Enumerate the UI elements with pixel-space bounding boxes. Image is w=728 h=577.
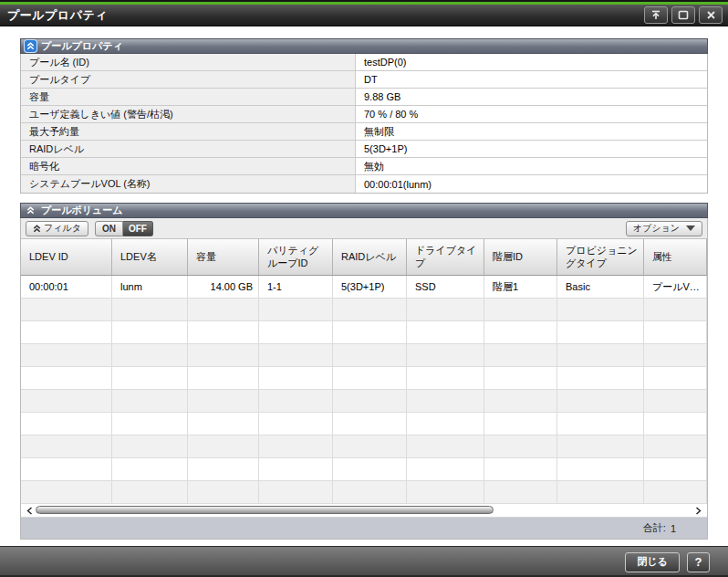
property-label: プール名 (ID)	[21, 54, 356, 70]
table-cell-empty	[21, 344, 112, 366]
table-cell-empty	[644, 344, 707, 366]
table-row-empty	[21, 458, 707, 481]
options-button-label: オプション	[633, 222, 680, 235]
cell-drive-type: SSD	[407, 276, 484, 298]
property-row: ユーザ定義しきい値 (警告/枯渇) 70 % / 80 %	[21, 106, 707, 123]
table-cell-empty	[644, 367, 707, 389]
scrollbar-thumb[interactable]	[36, 506, 494, 514]
cell-ldev-id: 00:00:01	[21, 276, 112, 298]
table-cell-empty	[333, 367, 407, 389]
table-cell-empty	[644, 435, 707, 457]
cell-attribute: プールVOL	[644, 276, 707, 298]
table-cell-empty	[188, 458, 259, 480]
table-cell-empty	[484, 321, 557, 343]
table-row-empty	[21, 413, 707, 435]
table-cell-empty	[484, 299, 557, 320]
pool-volume-empty-rows	[21, 299, 707, 504]
table-cell-empty	[259, 367, 333, 389]
property-label: 暗号化	[21, 158, 356, 174]
filter-button-label: フィルタ	[44, 222, 81, 235]
table-cell-empty	[21, 367, 112, 389]
column-header-drive-type[interactable]: ドライブタイプ	[407, 239, 484, 275]
property-row: 容量 9.88 GB	[21, 89, 707, 106]
table-row-empty	[21, 367, 707, 390]
property-label: 容量	[21, 89, 356, 105]
table-cell-empty	[21, 435, 112, 457]
table-cell-empty	[112, 299, 188, 320]
filter-on-button[interactable]: ON	[95, 221, 123, 236]
close-icon	[706, 10, 716, 20]
property-value: 5(3D+1P)	[356, 141, 707, 157]
section-title: プールボリューム	[41, 204, 123, 217]
scroll-right-button[interactable]	[693, 507, 703, 515]
titlebar[interactable]: プールプロパティ	[0, 5, 728, 26]
table-cell-empty	[557, 344, 644, 366]
property-value: 00:00:01(lunm)	[356, 175, 707, 193]
table-cell-empty	[557, 321, 644, 343]
table-cell-empty	[112, 435, 188, 457]
horizontal-scrollbar[interactable]	[21, 504, 707, 518]
collapse-section-button[interactable]	[25, 205, 36, 216]
table-cell-empty	[557, 390, 644, 412]
maximize-button[interactable]	[671, 6, 695, 24]
scrollbar-track[interactable]	[35, 506, 693, 516]
options-button[interactable]: オプション	[626, 221, 702, 236]
rollup-icon	[650, 10, 661, 20]
column-header-raid-level[interactable]: RAIDレベル	[333, 239, 407, 275]
pool-properties-section-header: プールプロパティ	[20, 38, 708, 54]
table-header-row: LDEV ID LDEV名 容量 パリティグループID RAIDレベル ドライブ…	[21, 239, 707, 276]
rollup-button[interactable]	[644, 6, 668, 24]
property-row: 暗号化 無効	[21, 158, 707, 175]
table-cell-empty	[259, 435, 333, 457]
column-header-ldev-id[interactable]: LDEV ID	[21, 239, 112, 275]
table-cell-empty	[333, 390, 407, 412]
column-header-attribute[interactable]: 属性	[644, 239, 707, 275]
table-cell-empty	[407, 435, 484, 457]
cell-provisioning-type: Basic	[557, 276, 644, 298]
table-cell-empty	[484, 344, 557, 366]
filter-button[interactable]: フィルタ	[26, 221, 88, 236]
property-value: DT	[356, 71, 707, 88]
table-cell-empty	[407, 390, 484, 412]
property-value: 無制限	[356, 123, 707, 140]
table-row[interactable]: 00:00:01 lunm 14.00 GB 1-1 5(3D+1P) SSD …	[21, 276, 707, 299]
scroll-left-button[interactable]	[25, 507, 35, 515]
property-row: 最大予約量 無制限	[21, 123, 707, 141]
column-header-parity-group-id[interactable]: パリティグループID	[259, 239, 333, 275]
table-toolbar: フィルタ ON OFF オプション	[21, 218, 707, 239]
table-cell-empty	[484, 367, 557, 389]
property-value: 9.88 GB	[356, 89, 707, 105]
help-button[interactable]: ?	[687, 552, 710, 572]
column-header-provisioning-type[interactable]: プロビジョニングタイプ	[557, 239, 644, 275]
cell-capacity: 14.00 GB	[188, 276, 259, 298]
table-cell-empty	[407, 299, 484, 320]
property-value: 70 % / 80 %	[356, 106, 707, 122]
close-button[interactable]	[699, 6, 723, 24]
property-row: プールタイプ DT	[21, 71, 707, 89]
table-cell-empty	[21, 390, 112, 412]
table-cell-empty	[333, 299, 407, 320]
property-label: ユーザ定義しきい値 (警告/枯渇)	[21, 106, 356, 122]
column-header-tier-id[interactable]: 階層ID	[484, 239, 557, 275]
maximize-icon	[678, 10, 689, 20]
table-cell-empty	[188, 413, 259, 435]
column-header-ldev-name[interactable]: LDEV名	[112, 239, 188, 275]
close-dialog-button[interactable]: 閉じる	[625, 552, 680, 572]
table-cell-empty	[333, 344, 407, 366]
table-cell-empty	[644, 321, 707, 343]
table-row-empty	[21, 481, 707, 504]
cell-raid-level: 5(3D+1P)	[333, 276, 407, 298]
table-cell-empty	[21, 413, 112, 435]
property-row: RAIDレベル 5(3D+1P)	[21, 141, 707, 158]
table-cell-empty	[112, 321, 188, 343]
table-cell-empty	[188, 367, 259, 389]
table-cell-empty	[188, 390, 259, 412]
column-header-capacity[interactable]: 容量	[188, 239, 259, 275]
total-label: 合計:	[643, 521, 666, 535]
table-cell-empty	[259, 458, 333, 480]
table-cell-empty	[259, 390, 333, 412]
filter-off-button[interactable]: OFF	[123, 221, 153, 236]
collapse-section-button[interactable]	[25, 40, 36, 52]
cell-ldev-name: lunm	[112, 276, 188, 298]
table-cell-empty	[21, 481, 112, 503]
